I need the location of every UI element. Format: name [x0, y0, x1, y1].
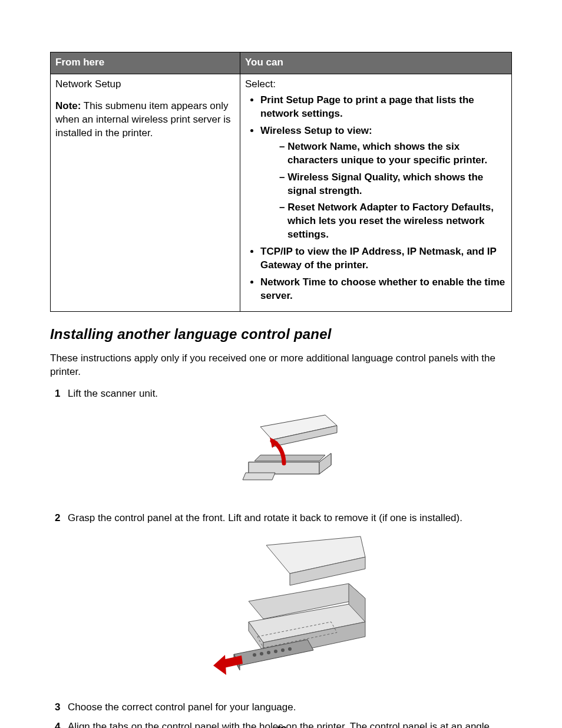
note-text: This submenu item appears only when an i… [55, 100, 231, 139]
figure-lift-scanner [68, 409, 512, 498]
bullet-list-primary: Print Setup Page to print a page that li… [245, 94, 507, 303]
list-item: Reset Network Adapter to Factory Default… [279, 201, 507, 242]
list-item: Wireless Setup to view: Network Name, wh… [260, 124, 507, 242]
step-text: Grasp the control panel at the front. Li… [68, 512, 462, 523]
svg-marker-6 [254, 455, 325, 461]
svg-point-19 [267, 651, 270, 654]
list-item: Network Time to choose whether to enable… [260, 276, 507, 303]
list-item: TCP/IP to view the IP Address, IP Netmas… [260, 245, 507, 272]
menu-item-title: Network Setup [55, 78, 235, 91]
svg-point-20 [274, 650, 277, 653]
step-text: Choose the correct control panel for you… [68, 701, 296, 713]
intro-text: These instructions apply only if you rec… [50, 352, 512, 379]
table-header-you-can: You can [240, 52, 512, 74]
network-setup-table: From here You can Network Setup Note: Th… [50, 52, 512, 312]
note-label: Note: [55, 100, 81, 111]
svg-marker-3 [243, 473, 275, 480]
printer-lid-open-icon [237, 409, 343, 498]
dash-list: Network Name, which shows the six charac… [260, 140, 507, 242]
list-item: Print Setup Page to print a page that li… [260, 94, 507, 121]
menu-item-note: Note: This submenu item appears only whe… [55, 100, 235, 140]
table-header-from-here: From here [51, 52, 240, 74]
list-item: Wireless Signal Quality, which shows the… [279, 171, 507, 198]
step-text: Lift the scanner unit. [68, 388, 158, 399]
printer-remove-control-panel-icon [213, 533, 366, 687]
table-cell-left: Network Setup Note: This submenu item ap… [51, 74, 240, 311]
section-heading: Installing another language control pane… [50, 325, 512, 344]
steps-list: Lift the scanner unit. [50, 387, 512, 728]
list-item: Network Name, which shows the six charac… [279, 140, 507, 167]
step-2: Grasp the control panel at the front. Li… [68, 512, 512, 687]
svg-point-22 [288, 647, 292, 651]
svg-point-18 [260, 652, 263, 655]
page-number: 42 [0, 724, 562, 728]
step-3: Choose the correct control panel for you… [68, 701, 512, 714]
svg-marker-24 [213, 655, 226, 675]
figure-remove-panel [68, 533, 512, 687]
step-1: Lift the scanner unit. [68, 387, 512, 498]
manual-page: From here You can Network Setup Note: Th… [0, 0, 562, 728]
svg-point-17 [253, 653, 256, 657]
svg-point-21 [281, 648, 285, 652]
table-cell-right: Select: Print Setup Page to print a page… [240, 74, 512, 311]
select-lead: Select: [245, 78, 507, 91]
